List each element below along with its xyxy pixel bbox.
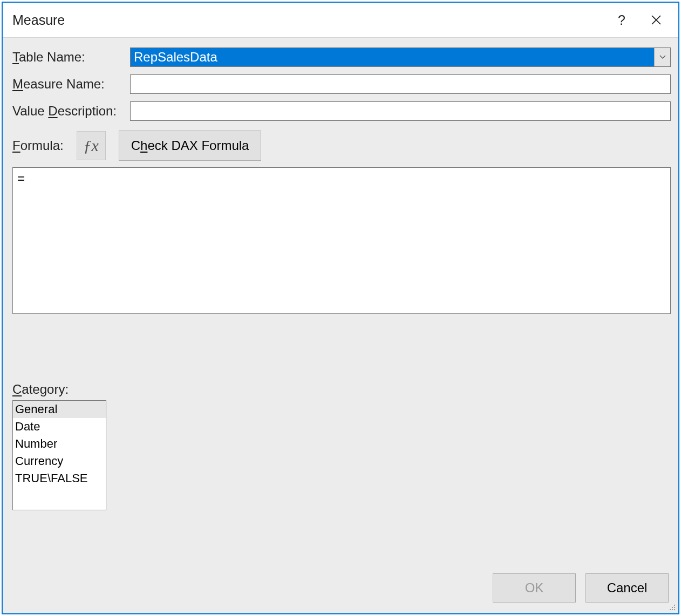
resize-grip-icon[interactable] (668, 603, 676, 611)
category-item[interactable]: General (13, 401, 106, 418)
help-icon: ? (618, 12, 625, 28)
category-item[interactable]: TRUE\FALSE (13, 470, 106, 487)
formula-label: Formula: (12, 138, 64, 153)
dialog-body: Table Name: RepSalesData Measure Name: V… (3, 37, 678, 613)
dialog-title: Measure (12, 12, 603, 28)
svg-rect-4 (674, 607, 675, 608)
dialog-button-row: OK Cancel (493, 573, 669, 603)
value-description-input[interactable] (130, 101, 671, 121)
help-button[interactable]: ? (606, 8, 637, 32)
svg-rect-7 (674, 609, 675, 610)
category-item[interactable]: Date (13, 418, 106, 435)
measure-name-row: Measure Name: (12, 74, 671, 94)
category-section: Category: GeneralDateNumberCurrencyTRUE\… (12, 382, 671, 510)
formula-toolbar: Formula: ƒx Check DAX Formula (12, 131, 671, 161)
value-description-label: Value Description: (12, 104, 130, 119)
category-label: Category: (12, 382, 671, 397)
chevron-down-icon (659, 55, 666, 59)
formula-textarea[interactable] (12, 167, 671, 314)
svg-rect-6 (672, 609, 673, 610)
fx-button[interactable]: ƒx (77, 131, 106, 160)
svg-rect-5 (670, 609, 671, 610)
cancel-button[interactable]: Cancel (585, 573, 669, 603)
fx-icon: ƒx (84, 136, 99, 155)
svg-rect-3 (672, 607, 673, 608)
category-item[interactable]: Number (13, 435, 106, 453)
check-dax-button[interactable]: Check DAX Formula (119, 131, 262, 161)
measure-dialog: Measure ? Table Name: RepSalesData Measu… (2, 2, 679, 614)
measure-name-label: Measure Name: (12, 77, 130, 92)
ok-button[interactable]: OK (493, 573, 576, 603)
table-name-combo[interactable]: RepSalesData (130, 47, 671, 67)
close-icon (651, 15, 661, 25)
title-bar: Measure ? (3, 3, 678, 37)
category-list[interactable]: GeneralDateNumberCurrencyTRUE\FALSE (12, 400, 106, 510)
table-name-row: Table Name: RepSalesData (12, 47, 671, 67)
table-name-value[interactable]: RepSalesData (131, 48, 654, 66)
table-name-label: Table Name: (12, 50, 130, 65)
category-item[interactable]: Currency (13, 453, 106, 470)
value-description-row: Value Description: (12, 101, 671, 121)
measure-name-input[interactable] (130, 74, 671, 94)
svg-rect-2 (674, 605, 675, 606)
close-button[interactable] (641, 8, 672, 32)
table-name-dropdown-button[interactable] (654, 48, 670, 66)
